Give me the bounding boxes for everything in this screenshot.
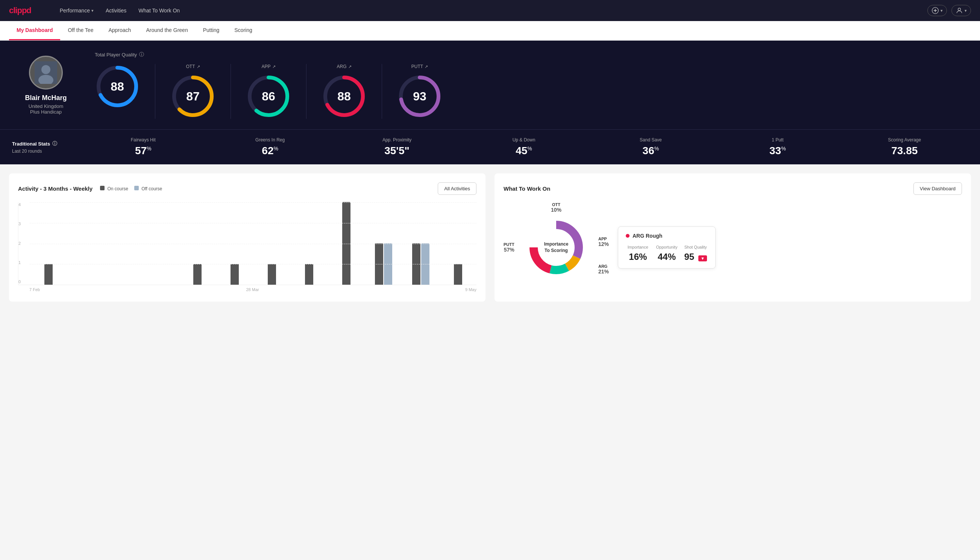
putt-donut-label: PUTT 57% bbox=[504, 242, 514, 253]
what-to-work-on-card: What To Work On View Dashboard OTT 10% P… bbox=[494, 173, 971, 302]
svg-point-5 bbox=[42, 65, 50, 74]
bar-group bbox=[290, 264, 328, 285]
activity-card-title: Activity - 3 Months - Weekly bbox=[18, 185, 93, 192]
view-dashboard-button[interactable]: View Dashboard bbox=[913, 182, 962, 195]
nav-what-to-work-on[interactable]: What To Work On bbox=[134, 5, 184, 17]
activity-card-header: Activity - 3 Months - Weekly On course O… bbox=[18, 182, 476, 195]
metric-card: ARG Rough Importance 16% Opportunity 44%… bbox=[618, 227, 715, 268]
quality-circles: 88 OTT ↗ 87 APP bbox=[95, 64, 968, 119]
donut-chart: Importance To Scoring bbox=[526, 217, 586, 278]
on-course-dot bbox=[100, 186, 105, 190]
stat-up-and-down: Up & Down 45% bbox=[460, 137, 587, 157]
ott-donut-label: OTT 10% bbox=[551, 202, 561, 213]
bar-oncourse bbox=[193, 264, 201, 285]
nav-activities[interactable]: Activities bbox=[101, 5, 131, 17]
app-ring: 86 bbox=[246, 74, 291, 119]
legend: On course Off course bbox=[100, 186, 162, 192]
metric-shot-quality: Shot Quality 95 ▼ bbox=[683, 245, 708, 262]
tab-scoring[interactable]: Scoring bbox=[227, 21, 260, 40]
bar-oncourse bbox=[268, 264, 276, 285]
dashboard-header: Blair McHarg United Kingdom Plus Handica… bbox=[0, 41, 980, 129]
grid-line bbox=[30, 223, 476, 223]
chevron-down-icon: ▾ bbox=[940, 8, 943, 13]
app-label: APP ↗ bbox=[261, 64, 275, 69]
overall-value: 88 bbox=[111, 80, 124, 93]
ott-quality: OTT ↗ 87 bbox=[155, 64, 231, 119]
bar-chart-area: 4 3 2 1 0 bbox=[18, 202, 476, 285]
app-quality: APP ↗ 86 bbox=[231, 64, 306, 119]
tab-off-the-tee[interactable]: Off the Tee bbox=[60, 21, 101, 40]
player-name: Blair McHarg bbox=[25, 94, 67, 102]
bar-oncourse bbox=[231, 264, 239, 285]
nav-links: Performance ▾ Activities What To Work On bbox=[55, 5, 184, 17]
stat-fairways-hit: Fairways Hit 57% bbox=[80, 137, 206, 157]
grid-line bbox=[30, 264, 476, 264]
arg-ring: 88 bbox=[321, 74, 367, 119]
bar-chart-y-axis: 4 3 2 1 0 bbox=[18, 202, 21, 285]
bar-group bbox=[179, 264, 216, 285]
off-course-dot bbox=[134, 186, 139, 190]
top-nav: clippd Performance ▾ Activities What To … bbox=[0, 0, 980, 21]
app-donut-label: APP 12% bbox=[598, 237, 609, 247]
stat-1-putt: 1 Putt 33% bbox=[714, 137, 841, 157]
stats-subtitle: Last 20 rounds bbox=[12, 148, 80, 154]
bar-group bbox=[439, 264, 476, 285]
tab-around-the-green[interactable]: Around the Green bbox=[138, 21, 195, 40]
putt-quality: PUTT ↗ 93 bbox=[382, 64, 457, 119]
arg-label: ARG ↗ bbox=[336, 64, 351, 69]
grid-line bbox=[30, 244, 476, 244]
metric-opportunity: Opportunity 44% bbox=[655, 245, 679, 262]
chevron-down-icon: ▾ bbox=[92, 8, 94, 13]
all-activities-button[interactable]: All Activities bbox=[438, 182, 476, 195]
info-icon[interactable]: ⓘ bbox=[139, 51, 144, 58]
bottom-section: Activity - 3 Months - Weekly On course O… bbox=[0, 164, 980, 311]
metric-card-title: ARG Rough bbox=[626, 233, 708, 239]
grid-line bbox=[30, 202, 476, 203]
arg-value: 88 bbox=[337, 90, 351, 103]
metric-grid: Importance 16% Opportunity 44% Shot Qual… bbox=[626, 245, 708, 262]
bar-group bbox=[253, 264, 290, 285]
donut-wrapper: OTT 10% PUTT 57% APP 12% ARG 21% bbox=[504, 202, 609, 293]
arg-quality: ARG ↗ 88 bbox=[306, 64, 382, 119]
info-icon[interactable]: ⓘ bbox=[52, 140, 57, 147]
chevron-down-icon: ▾ bbox=[965, 8, 967, 13]
legend-on-course: On course bbox=[100, 186, 128, 192]
stats-label: Traditional Stats ⓘ Last 20 rounds bbox=[12, 140, 80, 154]
metric-importance: Importance 16% bbox=[626, 245, 650, 262]
donut-center: Importance To Scoring bbox=[544, 241, 569, 254]
overall-ring: 88 bbox=[95, 64, 140, 109]
avatar bbox=[29, 56, 63, 90]
activity-card: Activity - 3 Months - Weekly On course O… bbox=[9, 173, 486, 302]
bar-oncourse bbox=[44, 264, 53, 285]
stat-greens-in-reg: Greens In Reg 62% bbox=[206, 137, 333, 157]
nav-performance[interactable]: Performance ▾ bbox=[55, 5, 98, 17]
arrow-icon: ↗ bbox=[424, 64, 428, 69]
app-value: 86 bbox=[262, 90, 275, 103]
tabs-bar: My Dashboard Off the Tee Approach Around… bbox=[0, 21, 980, 41]
bar-group bbox=[30, 264, 67, 285]
arrow-icon: ↗ bbox=[348, 64, 352, 69]
user-button[interactable]: ▾ bbox=[952, 5, 971, 16]
player-info: Blair McHarg United Kingdom Plus Handica… bbox=[12, 56, 80, 115]
add-button[interactable]: ▾ bbox=[927, 5, 947, 16]
stat-scoring-average: Scoring Average 73.85 bbox=[841, 137, 968, 157]
legend-off-course: Off course bbox=[134, 186, 162, 192]
arrow-icon: ↗ bbox=[197, 64, 200, 69]
stats-row: Traditional Stats ⓘ Last 20 rounds Fairw… bbox=[0, 129, 980, 164]
stat-sand-save: Sand Save 36% bbox=[587, 137, 714, 157]
tab-my-dashboard[interactable]: My Dashboard bbox=[9, 21, 60, 40]
shot-quality-badge: ▼ bbox=[698, 255, 707, 262]
bar-chart: 4 3 2 1 0 bbox=[18, 202, 476, 292]
tab-approach[interactable]: Approach bbox=[101, 21, 138, 40]
bar-oncourse bbox=[454, 264, 462, 285]
putt-label: PUTT ↗ bbox=[411, 64, 428, 69]
putt-ring: 93 bbox=[397, 74, 442, 119]
bar-chart-x-axis: 7 Feb 28 Mar 9 May bbox=[18, 287, 476, 292]
donut-section: OTT 10% PUTT 57% APP 12% ARG 21% bbox=[504, 202, 962, 293]
tab-putting[interactable]: Putting bbox=[196, 21, 227, 40]
nav-icons: ▾ ▾ bbox=[927, 5, 971, 16]
app-logo[interactable]: clippd bbox=[9, 6, 31, 15]
quality-title: Total Player Quality ⓘ bbox=[95, 51, 968, 58]
metric-dot bbox=[626, 234, 629, 238]
wtwo-card-header: What To Work On View Dashboard bbox=[504, 182, 962, 195]
